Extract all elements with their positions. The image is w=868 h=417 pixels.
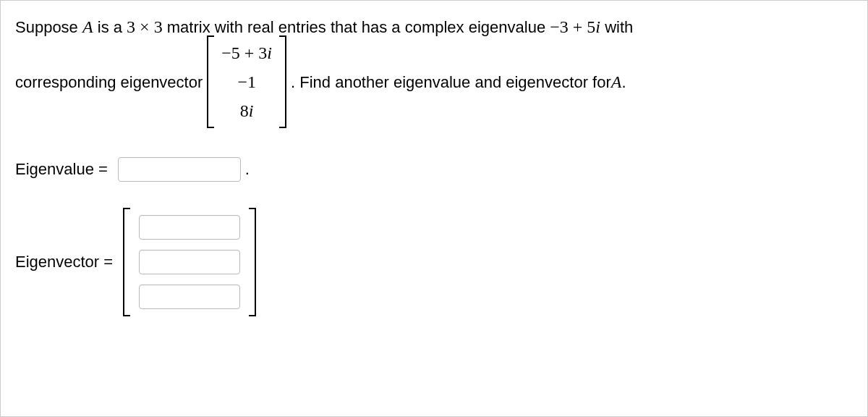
- text-matrix-with: matrix with real entries that has a comp…: [163, 18, 550, 36]
- eigenvalue-input[interactable]: [118, 157, 241, 182]
- entry3-real: 8: [240, 101, 249, 120]
- imaginary-i-1: i: [595, 17, 600, 36]
- text-suppose: Suppose: [15, 18, 82, 36]
- vector-entry-2: −1: [221, 67, 272, 96]
- eigenvalue-row: Eigenvalue = .: [15, 157, 853, 182]
- eigenvector-input-3[interactable]: [139, 285, 240, 309]
- bracket-right-icon: [249, 208, 256, 316]
- entry3-i: i: [249, 101, 254, 120]
- answer-section: Eigenvalue = . Eigenvector =: [15, 157, 853, 316]
- text-is-a: is a: [93, 18, 127, 36]
- bracket-left-icon: [123, 208, 130, 316]
- problem-line-2: corresponding eigenvector −5 + 3i −1 8i: [15, 35, 853, 128]
- problem-statement: Suppose A is a 3 × 3 matrix with real en…: [15, 14, 853, 128]
- eigenvector-input-2[interactable]: [139, 250, 240, 274]
- matrix-A-2: A: [611, 69, 622, 95]
- eigenvalue-given: −3 + 5: [550, 17, 595, 36]
- eigenvalue-label: Eigenvalue =: [15, 160, 108, 179]
- vector-entry-1: −5 + 3i: [221, 38, 272, 67]
- eigenvalue-period: .: [245, 160, 250, 179]
- entry1-real: −5 + 3: [221, 43, 267, 62]
- matrix-A: A: [82, 17, 93, 36]
- eigenvector-input-vector: [123, 208, 256, 316]
- eigenvector-input-entries: [130, 208, 249, 316]
- text-corresponding: corresponding eigenvector: [15, 70, 203, 94]
- bracket-right-icon: [279, 35, 286, 128]
- eigenvector-label: Eigenvector =: [15, 253, 113, 271]
- eigenvector-input-1[interactable]: [139, 215, 240, 240]
- bracket-left-icon: [207, 35, 214, 128]
- text-with: with: [600, 18, 633, 36]
- vector-entry-3: 8i: [221, 96, 272, 125]
- text-period: .: [621, 70, 626, 94]
- text-find-another: . Find another eigenvalue and eigenvecto…: [291, 70, 611, 94]
- given-eigenvector: −5 + 3i −1 8i: [207, 35, 286, 128]
- eigenvector-row: Eigenvector =: [15, 208, 853, 316]
- entry2-val: −1: [237, 72, 256, 91]
- entry1-i: i: [267, 43, 272, 62]
- matrix-dim: 3 × 3: [127, 17, 163, 36]
- vector-entries: −5 + 3i −1 8i: [214, 35, 279, 128]
- problem-container: Suppose A is a 3 × 3 matrix with real en…: [0, 0, 868, 417]
